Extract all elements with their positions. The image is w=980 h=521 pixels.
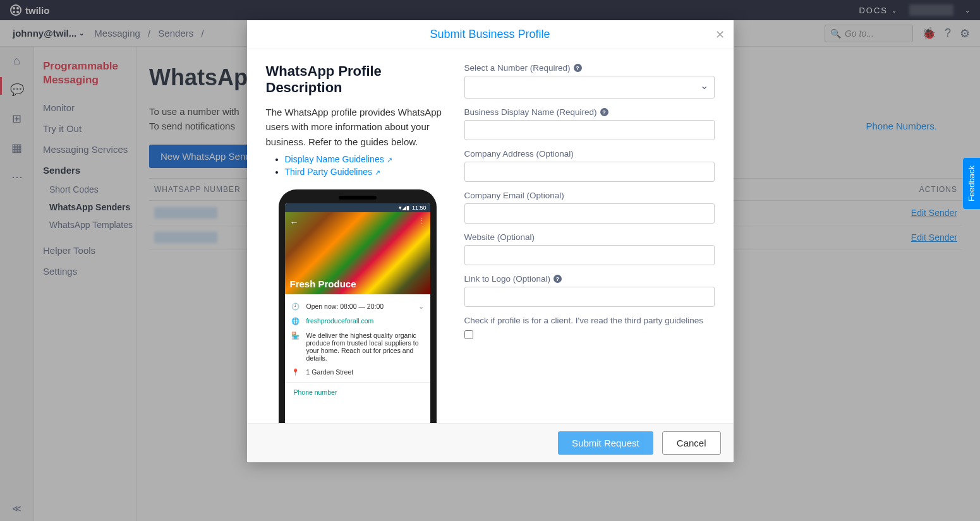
section-heading: WhatsApp Profile Description bbox=[266, 63, 449, 96]
help-icon[interactable]: ? bbox=[554, 275, 562, 283]
more-vertical-icon: ⋮ bbox=[418, 217, 425, 225]
display-name-guidelines-link[interactable]: Display Name Guidelines ↗ bbox=[285, 154, 392, 164]
modal-title: Submit Business Profile bbox=[430, 28, 550, 40]
cancel-button[interactable]: Cancel bbox=[662, 431, 721, 455]
modal-left-column: WhatsApp Profile Description The WhatsAp… bbox=[266, 63, 449, 423]
label-select-number: Select a Number (Required)? bbox=[464, 63, 715, 73]
submit-business-profile-modal: Submit Business Profile ✕ WhatsApp Profi… bbox=[247, 20, 734, 462]
modal-header: Submit Business Profile ✕ bbox=[247, 20, 734, 49]
label-client-check: Check if profile is for a client. I've r… bbox=[464, 316, 715, 325]
modal-intro: The WhatsApp profile provides WhatsApp u… bbox=[266, 105, 449, 149]
feedback-tab[interactable]: Feedback bbox=[963, 158, 980, 209]
label-email: Company Email (Optional) bbox=[464, 191, 715, 200]
label-address: Company Address (Optional) bbox=[464, 149, 715, 159]
external-link-icon: ↗ bbox=[387, 156, 392, 164]
store-icon: 🏪 bbox=[291, 332, 300, 340]
input-email[interactable] bbox=[464, 203, 715, 224]
globe-icon: 🌐 bbox=[291, 317, 300, 325]
clock-icon: 🕘 bbox=[291, 302, 300, 311]
label-website: Website (Optional) bbox=[464, 232, 715, 242]
label-logo: Link to Logo (Optional)? bbox=[464, 274, 715, 284]
phone-preview: ▾◢▮11:50 ← ⋮ Fresh Produce 🕘Open now: 08… bbox=[279, 189, 437, 423]
help-icon[interactable]: ? bbox=[600, 108, 608, 116]
pin-icon: 📍 bbox=[291, 368, 300, 376]
back-arrow-icon: ← bbox=[290, 217, 299, 227]
external-link-icon: ↗ bbox=[375, 169, 380, 176]
label-display-name: Business Display Name (Required)? bbox=[464, 107, 715, 117]
help-icon[interactable]: ? bbox=[574, 64, 582, 72]
close-icon[interactable]: ✕ bbox=[715, 28, 725, 42]
modal-form: Select a Number (Required)? Business Dis… bbox=[464, 63, 715, 423]
submit-request-button[interactable]: Submit Request bbox=[558, 431, 653, 455]
third-party-guidelines-link[interactable]: Third Party Guidelines ↗ bbox=[285, 167, 380, 177]
input-address[interactable] bbox=[464, 162, 715, 182]
phone-status-bar: ▾◢▮11:50 bbox=[285, 203, 430, 212]
phone-hero-image: ← ⋮ Fresh Produce bbox=[285, 212, 430, 294]
phone-notch bbox=[339, 196, 377, 200]
input-logo[interactable] bbox=[464, 287, 715, 307]
input-display-name[interactable] bbox=[464, 120, 715, 140]
select-number[interactable] bbox=[464, 76, 715, 99]
checkbox-client[interactable] bbox=[464, 330, 473, 339]
input-website[interactable] bbox=[464, 245, 715, 265]
modal-footer: Submit Request Cancel bbox=[247, 423, 734, 462]
